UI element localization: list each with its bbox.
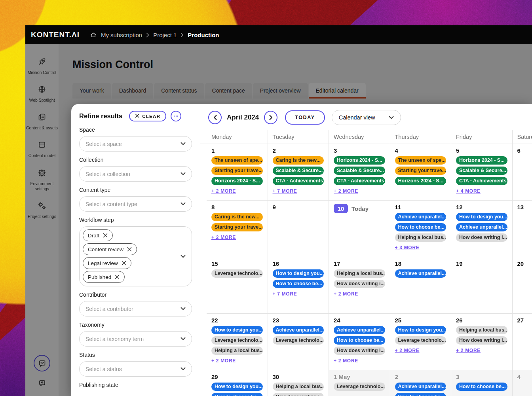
more-events-link[interactable]: + 2 MORE xyxy=(211,358,236,364)
date-row: 5 xyxy=(451,144,512,156)
event-chip-gray[interactable]: Helping a local bus... xyxy=(395,233,446,242)
event-chip-green[interactable]: CTA - Achievements xyxy=(273,177,324,185)
event-chip-gray[interactable]: Helping a local bus... xyxy=(334,269,385,278)
remove-chip-icon[interactable] xyxy=(127,247,132,252)
today-button[interactable]: TODAY xyxy=(285,110,325,125)
filter-label-collection: Collection xyxy=(79,157,192,163)
filter-label-contributor: Contributor xyxy=(79,292,192,298)
breadcrumb-item-production[interactable]: Production xyxy=(188,32,219,38)
more-events-link[interactable]: + 2 MORE xyxy=(334,188,358,194)
workflow-chip-legal-review[interactable]: Legal review xyxy=(83,257,131,269)
more-events-link[interactable]: + 2 MORE xyxy=(395,348,420,353)
filter-select-content-type[interactable]: Select a content type xyxy=(79,196,192,212)
home-icon[interactable] xyxy=(90,32,97,38)
workflow-chip-published[interactable]: Published xyxy=(83,271,125,283)
event-chip-blue[interactable]: How to choose be... xyxy=(395,393,446,396)
event-chip-blue[interactable]: How to choose be... xyxy=(273,280,324,288)
more-events-link[interactable]: + 2 MORE xyxy=(211,188,236,194)
more-events-link[interactable]: + 2 MORE xyxy=(334,291,358,297)
weekday-label-wednesday: Wednesday xyxy=(329,130,390,144)
event-chip-gray[interactable]: Helping a local bus... xyxy=(211,347,263,355)
event-chip-green[interactable]: Horizons 2024 - S... xyxy=(456,156,507,165)
event-chip-green[interactable]: Horizons 2024 - S... xyxy=(395,177,446,185)
filter-select-taxonomy[interactable]: Select a taxonomy term xyxy=(79,331,192,347)
event-chip-orange[interactable]: Caring is the new... xyxy=(273,156,324,165)
event-chip-blue[interactable]: How to design you... xyxy=(395,326,446,334)
event-chip-gray[interactable]: Helping a local bus... xyxy=(273,383,324,391)
event-chip-blue[interactable]: Achieve unparallel... xyxy=(334,326,385,334)
event-chip-blue[interactable]: Achieve unparallel... xyxy=(395,213,446,221)
event-chip-gray[interactable]: How does writing i... xyxy=(334,280,385,288)
more-events-link[interactable]: + 4 MORE xyxy=(456,188,481,194)
filter-select-collection[interactable]: Select a collection xyxy=(79,166,192,182)
filter-select-space[interactable]: Select a space xyxy=(79,136,192,152)
breadcrumb-item-my-subscription[interactable]: My subscription xyxy=(101,32,142,38)
more-events-link[interactable]: + 2 MORE xyxy=(211,235,236,240)
event-chip-orange[interactable]: Starting your trave... xyxy=(395,167,446,175)
next-month-button[interactable] xyxy=(264,111,277,124)
event-chip-gray[interactable]: Leverage technolo... xyxy=(334,383,385,391)
filter-label-status: Status xyxy=(79,352,192,358)
event-chip-orange[interactable]: Starting your trave... xyxy=(211,223,263,231)
event-chip-gray[interactable]: How does writing i... xyxy=(456,336,507,345)
event-chip-blue[interactable]: Achieve unparallel... xyxy=(273,326,324,334)
workflow-chip-label: Content review xyxy=(88,246,124,252)
event-chip-green[interactable]: Scalable & Secure... xyxy=(456,167,507,175)
workflow-chip-content-review[interactable]: Content review xyxy=(83,243,137,255)
remove-chip-icon[interactable] xyxy=(103,233,108,238)
more-options-button[interactable] xyxy=(171,111,181,121)
event-chip-blue[interactable]: How to design you... xyxy=(211,383,263,391)
calendar-cell-4: 4The unseen of spe...Starting your trave… xyxy=(390,144,452,201)
date-row: 19 xyxy=(451,257,512,269)
event-chip-blue[interactable]: How to choose be... xyxy=(395,223,446,231)
clear-filters-button[interactable]: CLEAR xyxy=(129,111,166,121)
more-events-link[interactable]: + 2 MORE xyxy=(456,348,481,353)
event-chip-orange[interactable]: The unseen of spe... xyxy=(211,156,263,165)
event-chip-green[interactable]: Scalable & Secure... xyxy=(334,167,385,175)
date-row: 2 xyxy=(390,370,451,383)
event-chip-blue[interactable]: How to design you... xyxy=(273,269,324,278)
event-chip-gray[interactable]: Leverage technolo... xyxy=(211,269,263,278)
workflow-step-select[interactable]: DraftContent reviewLegal reviewPublished xyxy=(79,226,192,286)
event-chip-blue[interactable]: How to choose be... xyxy=(334,336,385,345)
more-events-link[interactable]: + 7 MORE xyxy=(273,188,297,194)
filter-select-status[interactable]: Select a status xyxy=(79,361,192,377)
remove-chip-icon[interactable] xyxy=(122,261,126,265)
event-chip-green[interactable]: Scalable & Secure... xyxy=(273,167,324,175)
date-number: 3 xyxy=(456,373,459,380)
event-chip-gray[interactable]: How does writing i... xyxy=(273,393,324,396)
event-chip-blue[interactable]: How to choose be... xyxy=(211,393,263,396)
event-chip-green[interactable]: CTA - Achievements xyxy=(334,177,385,185)
more-events-link[interactable]: + 2 MORE xyxy=(334,358,358,364)
filter-placeholder: Select a content type xyxy=(86,201,137,207)
event-chip-green[interactable]: Horizons 2024 - S... xyxy=(211,177,263,185)
event-chip-blue[interactable]: Achieve unparallel... xyxy=(456,223,507,231)
refine-results-title: Refine results xyxy=(79,112,122,120)
event-chip-gray[interactable]: How does writing i... xyxy=(334,347,385,355)
event-chip-orange[interactable]: The unseen of spe... xyxy=(395,156,446,165)
event-chip-gray[interactable]: Leverage technolo... xyxy=(395,336,446,345)
workflow-chip-draft[interactable]: Draft xyxy=(83,229,113,241)
more-events-link[interactable]: + 7 MORE xyxy=(273,291,297,297)
remove-chip-icon[interactable] xyxy=(115,275,120,279)
more-events-link[interactable]: + 3 MORE xyxy=(395,245,420,250)
event-chip-gray[interactable]: Leverage technolo... xyxy=(211,336,263,345)
event-chip-gray[interactable]: Helping a local bus... xyxy=(456,326,507,334)
calendar-cell-23: 23Achieve unparallel...Leverage technolo… xyxy=(268,314,329,370)
prev-month-button[interactable] xyxy=(208,111,222,124)
view-select[interactable]: Calendar view xyxy=(332,110,401,125)
event-chip-orange[interactable]: Caring is the new... xyxy=(211,213,263,221)
filter-select-contributor[interactable]: Select a contributor xyxy=(79,301,192,316)
event-chip-blue[interactable]: How to design you... xyxy=(211,326,263,334)
event-chip-blue[interactable]: How to choose be... xyxy=(456,383,507,391)
chevron-down-icon xyxy=(180,253,186,260)
event-chip-blue[interactable]: Achieve unparallel... xyxy=(395,269,446,278)
breadcrumb-item-project-1[interactable]: Project 1 xyxy=(153,32,177,38)
event-chip-blue[interactable]: How to design you... xyxy=(456,213,507,221)
event-chip-green[interactable]: CTA - Achievements xyxy=(456,177,507,185)
event-chip-green[interactable]: Horizons 2024 - S... xyxy=(334,156,385,165)
event-chip-gray[interactable]: How does writing i... xyxy=(456,233,507,242)
event-chip-blue[interactable]: Achieve unparallel... xyxy=(395,383,446,391)
event-chip-orange[interactable]: Starting your trave... xyxy=(211,167,263,175)
event-chip-gray[interactable]: Leverage technolo... xyxy=(273,336,324,345)
